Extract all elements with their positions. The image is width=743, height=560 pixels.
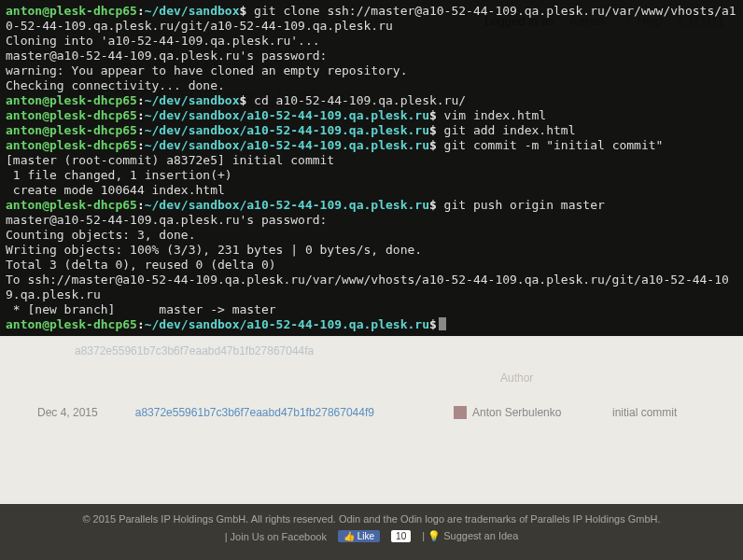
commit-date: Dec 4, 2015 — [37, 406, 98, 419]
terminal-line: Total 3 (delta 0), reused 0 (delta 0) — [6, 258, 737, 273]
avatar — [454, 406, 467, 419]
like-button[interactable]: 👍 Like — [338, 530, 380, 542]
like-count: 10 — [391, 530, 411, 542]
commit-hash-link[interactable]: a8372e55961b7c3b6f7eaabd47b1fb27867044f9 — [135, 406, 374, 419]
terminal-line: master@a10-52-44-109.qa.plesk.ru's passw… — [6, 49, 737, 63]
terminal-line: create mode 100644 index.html — [6, 183, 737, 198]
terminal-line: To ssh://master@a10-52-44-109.qa.plesk.r… — [6, 273, 737, 302]
terminal-line: anton@plesk-dhcp65:~/dev/sandbox/a10-52-… — [6, 123, 737, 138]
suggest-idea-link[interactable]: Suggest an Idea — [443, 530, 518, 541]
terminal-line: anton@plesk-dhcp65:~/dev/sandbox/a10-52-… — [6, 198, 737, 213]
footer-copyright: © 2015 Parallels IP Holdings GmbH. All r… — [0, 513, 743, 525]
terminal-line: [master (root-commit) a8372e5] initial c… — [6, 153, 737, 168]
table-row: Dec 4, 2015 a8372e55961b7c3b6f7eaabd47b1… — [37, 399, 706, 426]
terminal-overlay[interactable]: anton@plesk-dhcp65:~/dev/sandbox$ git cl… — [0, 0, 743, 336]
terminal-line: * [new branch] master -> master — [6, 302, 737, 317]
column-header-author: Author — [500, 371, 533, 385]
cursor — [439, 317, 446, 330]
terminal-line: anton@plesk-dhcp65:~/dev/sandbox/a10-52-… — [6, 317, 737, 332]
bulb-icon: 💡 — [428, 530, 441, 542]
terminal-line: master@a10-52-44-109.qa.plesk.ru's passw… — [6, 213, 737, 228]
table-row: a8372e55961b7c3b6f7eaabd47b1fb27867044fa — [37, 338, 706, 364]
terminal-line: anton@plesk-dhcp65:~/dev/sandbox/a10-52-… — [6, 138, 737, 153]
facebook-link[interactable]: Join Us on Facebook — [231, 531, 327, 542]
terminal-line: anton@plesk-dhcp65:~/dev/sandbox$ git cl… — [6, 4, 737, 34]
commit-author: Anton Serbulenko — [472, 406, 561, 419]
terminal-line: warning: You appear to have cloned an em… — [6, 63, 737, 78]
terminal-line: Writing objects: 100% (3/3), 231 bytes |… — [6, 243, 737, 258]
terminal-line: anton@plesk-dhcp65:~/dev/sandbox/a10-52-… — [6, 108, 737, 123]
commit-message: initial commit — [612, 406, 706, 419]
commit-hash-link[interactable]: a8372e55961b7c3b6f7eaabd47b1fb27867044fa — [75, 344, 314, 357]
terminal-line: 1 file changed, 1 insertion(+) — [6, 168, 737, 183]
terminal-line: anton@plesk-dhcp65:~/dev/sandbox$ cd a10… — [6, 93, 737, 108]
footer: © 2015 Parallels IP Holdings GmbH. All r… — [0, 504, 743, 560]
terminal-line: Checking connectivity... done. — [6, 78, 737, 93]
terminal-line: Counting objects: 3, done. — [6, 228, 737, 243]
like-label: Like — [357, 531, 374, 541]
terminal-line: Cloning into 'a10-52-44-109.qa.plesk.ru'… — [6, 34, 737, 49]
